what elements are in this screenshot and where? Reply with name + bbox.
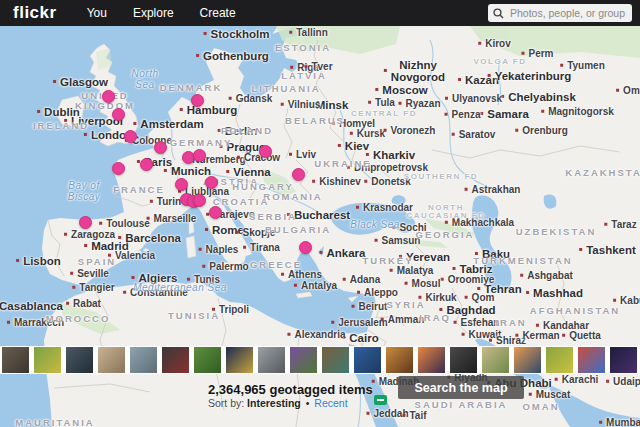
photo-thumbnail[interactable] xyxy=(226,347,253,373)
search-the-map-button[interactable]: Search the map xyxy=(398,376,524,399)
photo-thumbnail[interactable] xyxy=(258,347,285,373)
main-nav: You Explore Create xyxy=(87,6,236,20)
flickr-logo[interactable]: flickr xyxy=(13,3,57,23)
geotag-cluster-dot[interactable] xyxy=(193,149,206,162)
nav-item-create[interactable]: Create xyxy=(200,6,236,20)
geotag-cluster-dot[interactable] xyxy=(292,168,305,181)
geotag-cluster-dot[interactable] xyxy=(299,241,312,254)
photo-thumbnail[interactable] xyxy=(546,347,573,373)
geotagged-count: 2,364,965 geotagged items xyxy=(208,382,373,397)
geotag-cluster-dot[interactable] xyxy=(154,141,167,154)
nav-item-explore[interactable]: Explore xyxy=(133,6,174,20)
geotag-cluster-dot[interactable] xyxy=(191,94,204,107)
transit-poi-icon[interactable] xyxy=(374,395,387,405)
photo-thumbnail[interactable] xyxy=(194,347,221,373)
geotag-cluster-dot[interactable] xyxy=(112,108,125,121)
geotag-cluster-dot[interactable] xyxy=(209,206,222,219)
photo-thumbnail[interactable] xyxy=(130,347,157,373)
sort-controls: Sort by: Interesting • Recent xyxy=(208,397,348,409)
geotag-cluster-dot[interactable] xyxy=(259,145,272,158)
search-box[interactable] xyxy=(488,4,632,22)
photo-thumbnail[interactable] xyxy=(290,347,317,373)
search-icon xyxy=(493,8,504,19)
geotag-cluster-dot[interactable] xyxy=(79,216,92,229)
photo-thumbnail[interactable] xyxy=(34,347,61,373)
geotag-cluster-dot[interactable] xyxy=(205,176,218,189)
photo-filmstrip xyxy=(0,346,640,374)
photo-thumbnail[interactable] xyxy=(98,347,125,373)
search-input[interactable] xyxy=(508,6,627,20)
sort-option-recent[interactable]: Recent xyxy=(314,397,347,409)
photo-thumbnail[interactable] xyxy=(482,347,509,373)
sort-option-interesting[interactable]: Interesting xyxy=(247,397,301,409)
photo-thumbnail[interactable] xyxy=(386,347,413,373)
nav-item-you[interactable]: You xyxy=(87,6,107,20)
photo-thumbnail[interactable] xyxy=(322,347,349,373)
photo-thumbnail[interactable] xyxy=(2,347,29,373)
photo-thumbnail[interactable] xyxy=(418,347,445,373)
sort-by-label: Sort by: xyxy=(208,397,244,409)
photo-thumbnail[interactable] xyxy=(610,347,637,373)
geotag-cluster-dot[interactable] xyxy=(193,194,206,207)
sort-separator: • xyxy=(306,397,310,409)
geotag-cluster-dot[interactable] xyxy=(140,158,153,171)
geotag-cluster-dot[interactable] xyxy=(102,90,115,103)
photo-thumbnail[interactable] xyxy=(450,347,477,373)
photo-thumbnail[interactable] xyxy=(66,347,93,373)
photo-thumbnail[interactable] xyxy=(578,347,605,373)
geotag-cluster-dot[interactable] xyxy=(175,178,188,191)
top-navigation-bar: flickr You Explore Create xyxy=(0,0,640,26)
photo-thumbnail[interactable] xyxy=(162,347,189,373)
geotag-cluster-dot[interactable] xyxy=(112,162,125,175)
photo-thumbnail[interactable] xyxy=(514,347,541,373)
photo-thumbnail[interactable] xyxy=(354,347,381,373)
geotag-cluster-dot[interactable] xyxy=(124,130,137,143)
